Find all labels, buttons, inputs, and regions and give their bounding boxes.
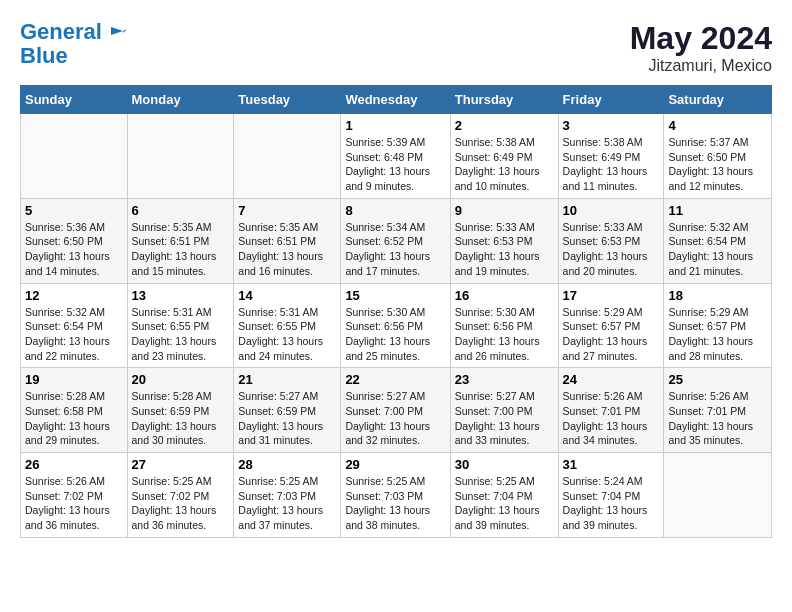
calendar-cell: 31Sunrise: 5:24 AM Sunset: 7:04 PM Dayli… [558, 453, 664, 538]
calendar-cell: 20Sunrise: 5:28 AM Sunset: 6:59 PM Dayli… [127, 368, 234, 453]
calendar-cell [234, 114, 341, 199]
header-cell-thursday: Thursday [450, 86, 558, 114]
day-info: Sunrise: 5:29 AM Sunset: 6:57 PM Dayligh… [563, 305, 660, 364]
calendar-cell: 2Sunrise: 5:38 AM Sunset: 6:49 PM Daylig… [450, 114, 558, 199]
calendar-cell: 18Sunrise: 5:29 AM Sunset: 6:57 PM Dayli… [664, 283, 772, 368]
day-number: 19 [25, 372, 123, 387]
calendar-cell: 13Sunrise: 5:31 AM Sunset: 6:55 PM Dayli… [127, 283, 234, 368]
day-number: 17 [563, 288, 660, 303]
calendar-week-4: 19Sunrise: 5:28 AM Sunset: 6:58 PM Dayli… [21, 368, 772, 453]
day-number: 24 [563, 372, 660, 387]
day-info: Sunrise: 5:37 AM Sunset: 6:50 PM Dayligh… [668, 135, 767, 194]
day-number: 27 [132, 457, 230, 472]
header-cell-monday: Monday [127, 86, 234, 114]
day-number: 21 [238, 372, 336, 387]
day-number: 16 [455, 288, 554, 303]
day-info: Sunrise: 5:26 AM Sunset: 7:01 PM Dayligh… [668, 389, 767, 448]
day-info: Sunrise: 5:36 AM Sunset: 6:50 PM Dayligh… [25, 220, 123, 279]
calendar-cell: 21Sunrise: 5:27 AM Sunset: 6:59 PM Dayli… [234, 368, 341, 453]
day-info: Sunrise: 5:32 AM Sunset: 6:54 PM Dayligh… [668, 220, 767, 279]
calendar-cell: 23Sunrise: 5:27 AM Sunset: 7:00 PM Dayli… [450, 368, 558, 453]
day-number: 2 [455, 118, 554, 133]
day-number: 20 [132, 372, 230, 387]
day-info: Sunrise: 5:27 AM Sunset: 7:00 PM Dayligh… [455, 389, 554, 448]
logo-text-blue: Blue [20, 44, 129, 68]
day-info: Sunrise: 5:25 AM Sunset: 7:03 PM Dayligh… [238, 474, 336, 533]
day-number: 18 [668, 288, 767, 303]
day-info: Sunrise: 5:27 AM Sunset: 6:59 PM Dayligh… [238, 389, 336, 448]
day-number: 23 [455, 372, 554, 387]
day-number: 28 [238, 457, 336, 472]
day-info: Sunrise: 5:31 AM Sunset: 6:55 PM Dayligh… [238, 305, 336, 364]
calendar-cell: 19Sunrise: 5:28 AM Sunset: 6:58 PM Dayli… [21, 368, 128, 453]
calendar-cell: 30Sunrise: 5:25 AM Sunset: 7:04 PM Dayli… [450, 453, 558, 538]
calendar-cell: 1Sunrise: 5:39 AM Sunset: 6:48 PM Daylig… [341, 114, 450, 199]
calendar-week-3: 12Sunrise: 5:32 AM Sunset: 6:54 PM Dayli… [21, 283, 772, 368]
calendar-table: SundayMondayTuesdayWednesdayThursdayFrid… [20, 85, 772, 538]
day-number: 11 [668, 203, 767, 218]
calendar-cell: 15Sunrise: 5:30 AM Sunset: 6:56 PM Dayli… [341, 283, 450, 368]
calendar-cell: 8Sunrise: 5:34 AM Sunset: 6:52 PM Daylig… [341, 198, 450, 283]
day-info: Sunrise: 5:33 AM Sunset: 6:53 PM Dayligh… [563, 220, 660, 279]
calendar-cell: 25Sunrise: 5:26 AM Sunset: 7:01 PM Dayli… [664, 368, 772, 453]
calendar-week-1: 1Sunrise: 5:39 AM Sunset: 6:48 PM Daylig… [21, 114, 772, 199]
day-info: Sunrise: 5:29 AM Sunset: 6:57 PM Dayligh… [668, 305, 767, 364]
calendar-cell: 5Sunrise: 5:36 AM Sunset: 6:50 PM Daylig… [21, 198, 128, 283]
title-block: May 2024 Jitzamuri, Mexico [630, 20, 772, 75]
header-cell-sunday: Sunday [21, 86, 128, 114]
calendar-cell: 27Sunrise: 5:25 AM Sunset: 7:02 PM Dayli… [127, 453, 234, 538]
day-info: Sunrise: 5:25 AM Sunset: 7:03 PM Dayligh… [345, 474, 445, 533]
day-info: Sunrise: 5:31 AM Sunset: 6:55 PM Dayligh… [132, 305, 230, 364]
calendar-cell: 4Sunrise: 5:37 AM Sunset: 6:50 PM Daylig… [664, 114, 772, 199]
day-info: Sunrise: 5:39 AM Sunset: 6:48 PM Dayligh… [345, 135, 445, 194]
calendar-cell: 11Sunrise: 5:32 AM Sunset: 6:54 PM Dayli… [664, 198, 772, 283]
day-info: Sunrise: 5:25 AM Sunset: 7:02 PM Dayligh… [132, 474, 230, 533]
calendar-cell [127, 114, 234, 199]
day-info: Sunrise: 5:26 AM Sunset: 7:02 PM Dayligh… [25, 474, 123, 533]
logo-text: General [20, 20, 129, 44]
header-cell-tuesday: Tuesday [234, 86, 341, 114]
day-number: 15 [345, 288, 445, 303]
calendar-cell: 9Sunrise: 5:33 AM Sunset: 6:53 PM Daylig… [450, 198, 558, 283]
day-number: 5 [25, 203, 123, 218]
calendar-cell: 7Sunrise: 5:35 AM Sunset: 6:51 PM Daylig… [234, 198, 341, 283]
calendar-cell: 24Sunrise: 5:26 AM Sunset: 7:01 PM Dayli… [558, 368, 664, 453]
svg-marker-1 [123, 29, 127, 33]
day-number: 7 [238, 203, 336, 218]
calendar-cell: 28Sunrise: 5:25 AM Sunset: 7:03 PM Dayli… [234, 453, 341, 538]
day-info: Sunrise: 5:34 AM Sunset: 6:52 PM Dayligh… [345, 220, 445, 279]
calendar-week-5: 26Sunrise: 5:26 AM Sunset: 7:02 PM Dayli… [21, 453, 772, 538]
calendar-cell [664, 453, 772, 538]
calendar-week-2: 5Sunrise: 5:36 AM Sunset: 6:50 PM Daylig… [21, 198, 772, 283]
day-number: 6 [132, 203, 230, 218]
day-number: 12 [25, 288, 123, 303]
calendar-cell: 17Sunrise: 5:29 AM Sunset: 6:57 PM Dayli… [558, 283, 664, 368]
logo: General Blue [20, 20, 129, 68]
day-number: 10 [563, 203, 660, 218]
day-info: Sunrise: 5:32 AM Sunset: 6:54 PM Dayligh… [25, 305, 123, 364]
calendar-cell: 26Sunrise: 5:26 AM Sunset: 7:02 PM Dayli… [21, 453, 128, 538]
day-info: Sunrise: 5:26 AM Sunset: 7:01 PM Dayligh… [563, 389, 660, 448]
day-number: 14 [238, 288, 336, 303]
header-cell-saturday: Saturday [664, 86, 772, 114]
day-info: Sunrise: 5:33 AM Sunset: 6:53 PM Dayligh… [455, 220, 554, 279]
calendar-cell: 3Sunrise: 5:38 AM Sunset: 6:49 PM Daylig… [558, 114, 664, 199]
day-info: Sunrise: 5:28 AM Sunset: 6:59 PM Dayligh… [132, 389, 230, 448]
day-info: Sunrise: 5:38 AM Sunset: 6:49 PM Dayligh… [455, 135, 554, 194]
calendar-cell [21, 114, 128, 199]
day-info: Sunrise: 5:25 AM Sunset: 7:04 PM Dayligh… [455, 474, 554, 533]
day-number: 22 [345, 372, 445, 387]
svg-marker-0 [111, 27, 123, 35]
day-number: 4 [668, 118, 767, 133]
main-title: May 2024 [630, 20, 772, 57]
day-number: 29 [345, 457, 445, 472]
calendar-cell: 16Sunrise: 5:30 AM Sunset: 6:56 PM Dayli… [450, 283, 558, 368]
day-number: 26 [25, 457, 123, 472]
day-number: 3 [563, 118, 660, 133]
calendar-cell: 14Sunrise: 5:31 AM Sunset: 6:55 PM Dayli… [234, 283, 341, 368]
day-info: Sunrise: 5:27 AM Sunset: 7:00 PM Dayligh… [345, 389, 445, 448]
day-number: 8 [345, 203, 445, 218]
calendar-cell: 22Sunrise: 5:27 AM Sunset: 7:00 PM Dayli… [341, 368, 450, 453]
header-cell-friday: Friday [558, 86, 664, 114]
day-info: Sunrise: 5:30 AM Sunset: 6:56 PM Dayligh… [455, 305, 554, 364]
